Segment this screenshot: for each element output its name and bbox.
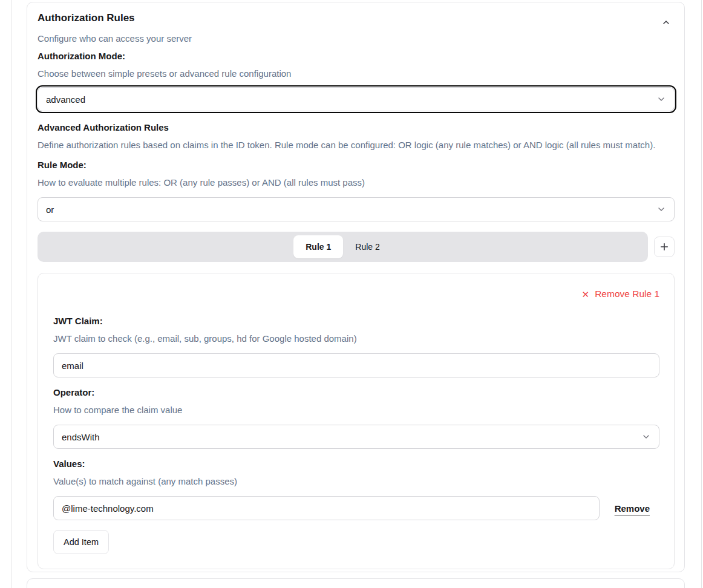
operator-select[interactable]: endsWith [53, 425, 659, 449]
section-title: Authorization Rules [38, 11, 135, 25]
section-subtitle: Configure who can access your server [38, 33, 675, 45]
next-section-card [27, 578, 685, 588]
values-label: Values: [53, 458, 659, 470]
values-description: Value(s) to match against (any match pas… [53, 475, 659, 488]
page-frame: Authorization Rules Configure who can ac… [11, 0, 702, 588]
remove-rule-label: Remove Rule 1 [595, 287, 659, 301]
advanced-rules-description: Define authorization rules based on clai… [38, 139, 675, 151]
chevron-down-icon [656, 94, 666, 104]
operator-description: How to compare the claim value [53, 404, 659, 416]
value-input[interactable] [53, 496, 600, 520]
value-item-row: Remove [53, 496, 659, 520]
rule-mode-select[interactable]: or [38, 197, 675, 221]
collapse-section-button[interactable] [659, 15, 673, 30]
authorization-mode-select[interactable]: advanced [38, 87, 675, 111]
jwt-claim-description: JWT claim to check (e.g., email, sub, gr… [53, 333, 659, 345]
card-header: Authorization Rules [38, 11, 675, 30]
rule-mode-value: or [46, 204, 54, 215]
rule-1-panel: ✕ Remove Rule 1 JWT Claim: JWT claim to … [38, 273, 675, 569]
chevron-up-icon [661, 18, 671, 27]
rule-tabs-bar: Rule 1 Rule 2 [38, 232, 648, 262]
x-icon: ✕ [582, 290, 590, 299]
plus-icon [659, 241, 670, 252]
tab-rule-1[interactable]: Rule 1 [293, 235, 343, 258]
rule-tabs-row: Rule 1 Rule 2 [38, 232, 675, 262]
tab-rule-2[interactable]: Rule 2 [343, 235, 391, 258]
authorization-rules-card: Authorization Rules Configure who can ac… [27, 2, 685, 572]
rule-mode-description: How to evaluate multiple rules: OR (any … [38, 177, 675, 189]
remove-value-link[interactable]: Remove [615, 503, 650, 514]
remove-rule-row: ✕ Remove Rule 1 [53, 287, 659, 301]
operator-value: endsWith [62, 432, 100, 442]
add-item-button[interactable]: Add Item [53, 530, 109, 554]
rule-mode-label: Rule Mode: [38, 159, 675, 171]
chevron-down-icon [656, 204, 666, 214]
operator-label: Operator: [53, 387, 659, 399]
authorization-mode-value: advanced [46, 94, 85, 105]
authorization-mode-label: Authorization Mode: [38, 50, 675, 62]
settings-page: Authorization Rules Configure who can ac… [0, 0, 703, 588]
jwt-claim-label: JWT Claim: [53, 315, 659, 327]
authorization-mode-description: Choose between simple presets or advance… [38, 68, 675, 80]
jwt-claim-input[interactable] [53, 353, 659, 377]
remove-rule-button[interactable]: ✕ Remove Rule 1 [582, 287, 659, 301]
advanced-rules-heading: Advanced Authorization Rules [38, 122, 675, 134]
add-rule-button[interactable] [654, 237, 675, 257]
chevron-down-icon [641, 432, 651, 442]
